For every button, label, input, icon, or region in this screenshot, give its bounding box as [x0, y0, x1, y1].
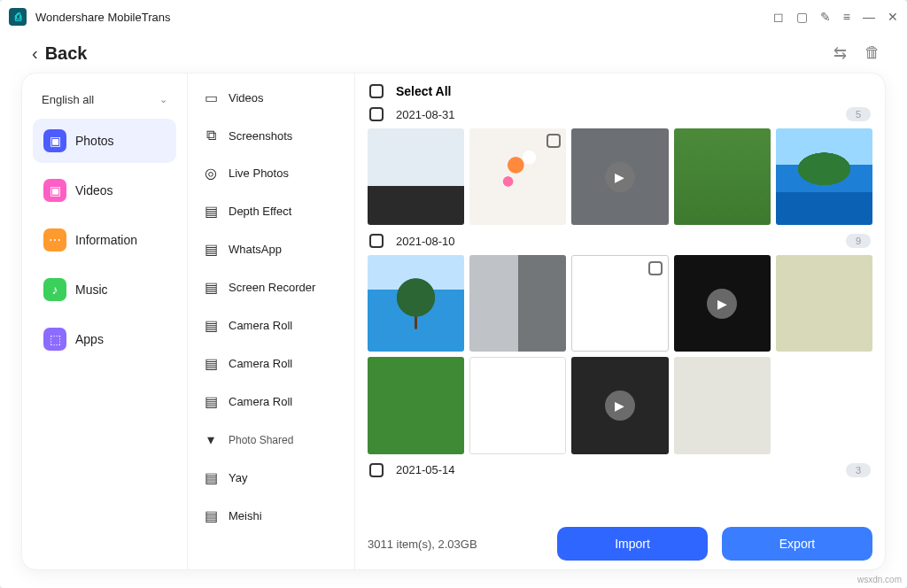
play-icon: ▶ — [571, 128, 668, 225]
photos-icon: ▣ — [43, 129, 66, 152]
select-all-label: Select All — [396, 84, 452, 98]
app-icon: ⎙ — [9, 8, 27, 26]
watermark: wsxdn.com — [857, 575, 902, 584]
album-live-photos[interactable]: ◎Live Photos — [188, 154, 354, 192]
language-label: English all — [42, 93, 94, 106]
photo-thumbnail[interactable] — [776, 255, 872, 352]
import-button[interactable]: Import — [557, 527, 708, 561]
photo-thumbnail[interactable] — [571, 255, 668, 352]
shared-header: ▾Photo Shared — [188, 421, 354, 459]
apps-icon: ⬚ — [43, 328, 66, 351]
photo-thumbnail[interactable] — [368, 128, 464, 225]
refresh-icon[interactable]: ⇆ — [833, 43, 847, 63]
thumb-checkbox[interactable] — [547, 134, 561, 148]
information-icon: ⋯ — [43, 228, 66, 251]
photo-thumbnail[interactable] — [368, 255, 464, 352]
collapse-icon[interactable]: ▾ — [202, 431, 220, 448]
nav-label: Music — [75, 282, 108, 297]
delete-icon[interactable]: 🗑 — [864, 43, 880, 63]
primary-nav: English all ⌄ ▣ Photos ▣ Videos ⋯ Inform… — [22, 74, 187, 569]
album-camera-roll[interactable]: ▤Camera Roll — [188, 306, 354, 344]
titlebar: ⎙ Wondershare MobileTrans ◻ ▢ ✎ ≡ — ✕ — [0, 0, 907, 34]
back-bar: ‹ Back ⇆ 🗑 — [0, 34, 907, 73]
album-list: ▭Videos ⧉Screenshots ◎Live Photos ▤Depth… — [187, 74, 355, 569]
photo-thumbnail[interactable] — [776, 128, 872, 225]
album-whatsapp[interactable]: ▤WhatsApp — [188, 230, 354, 268]
date-group-3: 2021-05-14 3 — [368, 458, 872, 483]
language-selector[interactable]: English all ⌄ — [33, 86, 176, 113]
group-date: 2021-08-31 — [396, 108, 455, 121]
back-label[interactable]: Back — [45, 43, 826, 64]
export-button[interactable]: Export — [722, 527, 872, 561]
album-videos[interactable]: ▭Videos — [188, 79, 354, 117]
nav-label: Apps — [75, 332, 104, 346]
album-camera-roll[interactable]: ▤Camera Roll — [188, 383, 354, 421]
date-group-1: 2021-08-31 5 — [368, 102, 872, 127]
play-icon: ▶ — [674, 255, 771, 352]
recorder-icon: ▤ — [202, 279, 220, 296]
photo-thumbnail[interactable] — [469, 255, 566, 352]
group-date: 2021-08-10 — [396, 235, 455, 248]
screenshot-icon: ⧉ — [202, 128, 220, 143]
nav-label: Information — [75, 233, 137, 247]
select-all-row: Select All — [368, 81, 872, 102]
thumbnails-group-2a: ▶ — [368, 253, 872, 355]
chevron-down-icon: ⌄ — [159, 94, 167, 105]
album-screenshots[interactable]: ⧉Screenshots — [188, 117, 354, 154]
date-group-2: 2021-08-10 9 — [368, 228, 872, 253]
photo-content: Select All 2021-08-31 5 ▶ 2021-08-10 — [355, 74, 885, 569]
camera-icon: ▤ — [202, 317, 220, 334]
album-camera-roll[interactable]: ▤Camera Roll — [188, 344, 354, 383]
close-icon[interactable]: ✕ — [888, 10, 898, 24]
photo-thumbnail[interactable] — [368, 357, 464, 453]
feedback-icon[interactable]: ▢ — [796, 10, 808, 24]
select-all-checkbox[interactable] — [369, 84, 384, 98]
group-checkbox[interactable] — [369, 234, 384, 248]
album-screen-recorder[interactable]: ▤Screen Recorder — [188, 268, 354, 306]
group-count: 5 — [846, 107, 871, 121]
nav-apps[interactable]: ⬚ Apps — [33, 317, 176, 361]
thumbnails-group-1: ▶ — [368, 127, 872, 228]
shared-yay[interactable]: ▤Yay — [188, 459, 354, 497]
live-icon: ◎ — [202, 165, 220, 182]
album-depth-effect[interactable]: ▤Depth Effect — [188, 192, 354, 230]
music-icon: ♪ — [43, 278, 66, 301]
album-icon: ▤ — [202, 507, 220, 524]
group-checkbox[interactable] — [369, 107, 384, 121]
nav-videos[interactable]: ▣ Videos — [33, 168, 176, 213]
group-count: 9 — [846, 234, 871, 248]
video-thumbnail[interactable]: ▶ — [571, 128, 668, 225]
play-icon: ▶ — [571, 357, 668, 453]
status-text: 3011 item(s), 2.03GB — [368, 538, 543, 551]
thumb-checkbox[interactable] — [648, 261, 663, 275]
window-title: Wondershare MobileTrans — [35, 11, 764, 24]
video-thumbnail[interactable]: ▶ — [674, 255, 771, 352]
camera-icon: ▤ — [202, 355, 220, 372]
group-checkbox[interactable] — [369, 463, 384, 477]
nav-photos[interactable]: ▣ Photos — [33, 119, 176, 163]
nav-music[interactable]: ♪ Music — [33, 267, 176, 312]
nav-label: Videos — [75, 183, 113, 197]
edit-icon[interactable]: ✎ — [820, 10, 831, 24]
photo-thumbnail[interactable] — [674, 128, 771, 225]
nav-label: Photos — [75, 134, 114, 148]
nav-information[interactable]: ⋯ Information — [33, 218, 176, 262]
back-arrow-icon[interactable]: ‹ — [32, 43, 38, 64]
group-count: 3 — [846, 463, 871, 477]
camera-icon: ▤ — [202, 393, 220, 410]
minimize-icon[interactable]: — — [863, 10, 875, 24]
group-date: 2021-05-14 — [396, 463, 455, 476]
footer-bar: 3011 item(s), 2.03GB Import Export — [368, 527, 872, 561]
video-icon: ▭ — [202, 89, 220, 106]
photo-thumbnail[interactable] — [469, 128, 566, 225]
photo-thumbnail[interactable] — [469, 357, 566, 453]
whatsapp-icon: ▤ — [202, 241, 220, 258]
shared-meishi[interactable]: ▤Meishi — [188, 497, 354, 535]
user-icon[interactable]: ◻ — [773, 10, 784, 24]
album-icon: ▤ — [202, 469, 220, 486]
menu-icon[interactable]: ≡ — [843, 10, 850, 24]
thumbnails-group-2b: ▶ — [368, 355, 872, 457]
photo-thumbnail[interactable] — [674, 357, 771, 453]
depth-icon: ▤ — [202, 203, 220, 220]
video-thumbnail[interactable]: ▶ — [571, 357, 668, 453]
